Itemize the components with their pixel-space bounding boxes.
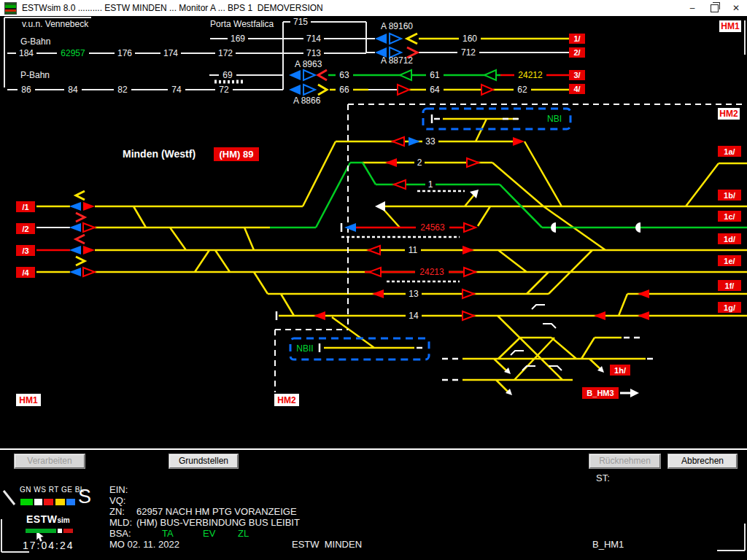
station-tracks-yellow[interactable] — [36, 39, 747, 392]
approach-exit-labels: 1/ 2/ 3/ 4/ — [569, 34, 585, 94]
track-num-66: 66 — [339, 85, 349, 95]
signal-label-a8866: A 8866 — [293, 96, 321, 106]
signal-label-a88712: A 88712 — [381, 55, 413, 66]
signal-red-open-right-icon[interactable] — [481, 85, 493, 95]
signal-red-open-right-icon[interactable] — [464, 223, 476, 232]
track1-chevron — [407, 34, 417, 44]
track-num-63: 63 — [339, 70, 349, 80]
hm1-bottom-label: HM1 — [19, 395, 38, 405]
abbrechen-button[interactable]: Abbrechen — [668, 454, 737, 468]
signal-red-open-left-icon[interactable] — [369, 268, 381, 276]
signal-red-open-right-icon[interactable] — [462, 289, 474, 298]
signal-red-left-icon[interactable] — [372, 289, 384, 298]
signal-blue-left-icon[interactable] — [289, 85, 301, 95]
sim-clock: 17:04:24 — [23, 540, 74, 551]
legend-color-codes: GN WS RT GE BL — [20, 486, 85, 494]
signal-blue-left-icon[interactable] — [69, 246, 81, 254]
logo-bar-red — [63, 529, 73, 533]
signal-red-open-left-icon[interactable] — [392, 137, 404, 146]
entry-label: /2 — [22, 225, 28, 233]
signal-blue-left-icon[interactable] — [69, 223, 81, 232]
track-num-13: 13 — [409, 289, 419, 299]
track-num-2: 2 — [417, 158, 422, 168]
track-num-169: 169 — [231, 34, 245, 44]
track-num-61: 61 — [430, 70, 440, 80]
p-num: 74 — [171, 85, 182, 95]
signal-red-open-right-icon[interactable] — [464, 268, 476, 276]
verarbeiten-button[interactable]: Verarbeiten — [15, 454, 85, 468]
g-num: 174 — [163, 48, 178, 58]
signal-red-open-left-icon[interactable] — [394, 180, 406, 189]
signal-red-open-right-icon[interactable] — [83, 268, 95, 276]
signal-blue-right-icon[interactable] — [303, 70, 315, 80]
approach-numbers: 184 62957 176 174 172 86 84 82 74 72 715… — [16, 17, 546, 106]
restore-button[interactable] — [703, 0, 725, 16]
detector-mark-icon — [551, 222, 556, 233]
signal-red-left-icon[interactable] — [638, 289, 649, 298]
train-number-24213: 24213 — [419, 267, 444, 277]
nbi-label: NBI — [547, 114, 562, 124]
signal-blue-right-icon[interactable] — [303, 85, 315, 95]
signal-red-right-icon[interactable] — [462, 246, 474, 254]
signal-red-right-icon[interactable] — [513, 137, 525, 146]
region-label: v.u.n. Vennebeck — [22, 19, 89, 29]
detector-mark-icon — [635, 222, 640, 233]
signal-blue-left-icon[interactable] — [375, 34, 387, 44]
logo-bar-green — [26, 529, 56, 533]
signal-red-open-right-icon[interactable] — [398, 85, 409, 95]
zn-label: ZN: — [109, 506, 125, 517]
p-num: 82 — [117, 85, 128, 95]
p-num: 72 — [219, 85, 229, 95]
signal-blue-left-icon[interactable] — [69, 202, 81, 211]
signal-red-left-icon[interactable] — [314, 311, 325, 320]
track-num-712: 712 — [461, 47, 476, 58]
st-label: ST: — [596, 472, 610, 483]
ruecknehmen-button[interactable]: Rücknehmen — [589, 454, 660, 468]
signal-green-open-left-icon[interactable] — [484, 70, 496, 80]
track-num-1: 1 — [428, 179, 433, 190]
track-num-11: 11 — [409, 245, 418, 255]
gbahn-label: G-Bahn — [20, 36, 50, 47]
set-route-green[interactable] — [270, 75, 747, 228]
window-title: ESTWsim 8.0 .......... ESTW MINDEN ... M… — [22, 3, 323, 13]
minimize-button[interactable]: – — [681, 0, 703, 16]
g-num: 172 — [218, 48, 233, 58]
approach-tracks-white[interactable] — [7, 22, 569, 90]
signal-red-right-icon[interactable] — [83, 202, 95, 211]
signal-red-open-right-icon[interactable] — [83, 223, 95, 232]
signal-blue-left-icon[interactable] — [69, 268, 81, 276]
p-num: 86 — [21, 85, 31, 95]
track-num-64: 64 — [430, 85, 440, 95]
entry-label: /4 — [22, 268, 29, 277]
signal-green-open-left-icon[interactable] — [400, 70, 411, 80]
track-num-714: 714 — [306, 34, 321, 44]
exit-label: 1b/ — [724, 191, 735, 200]
track-num-160: 160 — [462, 34, 477, 44]
logo-bar-white — [58, 529, 62, 533]
s-indicator: S — [78, 486, 91, 508]
signal-red-open-right-icon[interactable] — [467, 158, 479, 167]
signal-red-left-icon[interactable] — [594, 311, 605, 320]
signal-blue-left-icon[interactable] — [289, 70, 301, 80]
signal-red-left-icon[interactable] — [385, 158, 397, 167]
estwsim-logo: ESTWsim — [26, 513, 70, 526]
signal-red-right-icon[interactable] — [83, 246, 95, 254]
ein-label: EIN: — [109, 484, 128, 495]
train-number-24563: 24563 — [420, 222, 445, 233]
signal-red-open-right-icon[interactable] — [462, 311, 474, 320]
logo-sim: sim — [57, 516, 69, 524]
p-num: 84 — [68, 85, 78, 95]
signal-blue-right-icon[interactable] — [390, 34, 401, 44]
signal-blue-right-icon[interactable] — [409, 137, 420, 146]
close-button[interactable]: ✕ — [725, 0, 747, 16]
signal-red-open-left-icon[interactable] — [368, 246, 380, 254]
bsa-ev: EV — [203, 528, 215, 539]
signal-red-left-icon[interactable] — [638, 311, 649, 320]
track-num-713: 713 — [306, 48, 321, 58]
bsa-label: BSA: — [109, 528, 131, 539]
track-num-69: 69 — [222, 70, 233, 80]
signal-blue-left-icon[interactable] — [344, 223, 356, 232]
zn-value: 62957 NACH HM PTG VORANZEIGE — [136, 506, 297, 517]
grundstellen-button[interactable]: Grundstellen — [169, 454, 238, 468]
estw-name: ESTW MINDEN — [292, 539, 362, 550]
